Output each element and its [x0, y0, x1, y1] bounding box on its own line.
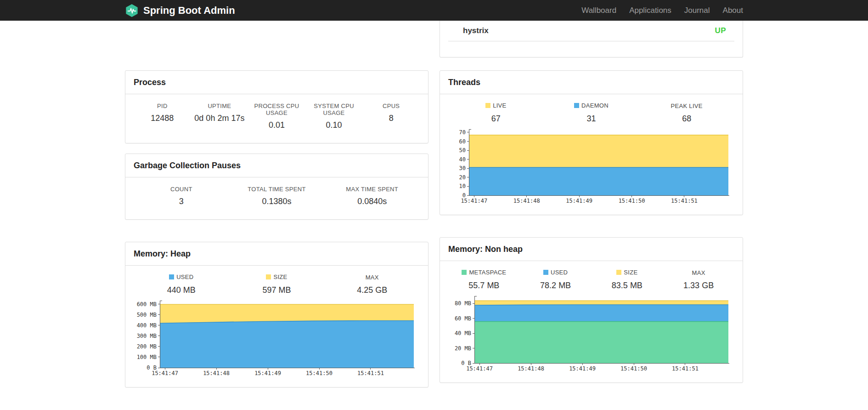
application-row-hystrix[interactable]: hystrix UP [448, 21, 734, 41]
metric-label: PID [134, 102, 191, 109]
metric-label: COUNT [134, 186, 229, 193]
svg-text:15:41:49: 15:41:49 [569, 365, 596, 372]
metric-label: SYSTEM CPU USAGE [305, 102, 363, 116]
size-swatch-icon [266, 274, 271, 279]
metric-label: UPTIME [191, 102, 248, 109]
svg-text:40 MB: 40 MB [455, 330, 471, 336]
svg-text:60: 60 [459, 138, 466, 145]
svg-text:400 MB: 400 MB [137, 322, 157, 329]
metric-cpus: CPUS 8 [362, 102, 420, 130]
legend-value: 78.2 MB [520, 281, 592, 290]
legend-value: 31 [544, 114, 639, 124]
legend-label: LIVE [493, 102, 506, 109]
metric-value: 3 [134, 197, 229, 206]
metric-label: PROCESS CPU USAGE [248, 102, 305, 116]
memory-heap-panel-title: Memory: Heap [125, 242, 428, 266]
memory-nonheap-chart: 0 B20 MB40 MB60 MB80 MB15:41:4715:41:481… [440, 290, 743, 382]
svg-text:50: 50 [459, 147, 466, 154]
svg-text:20 MB: 20 MB [455, 345, 471, 352]
right-column: hystrix UP Threads LIVE 67 DAEMON 31 PEA… [440, 21, 743, 383]
legend-label: USED [176, 273, 193, 280]
legend-value: 440 MB [134, 285, 229, 295]
svg-text:15:41:48: 15:41:48 [203, 370, 230, 376]
application-status-panel: hystrix UP [440, 21, 743, 57]
legend-max: MAX 4.25 GB [324, 273, 420, 295]
threads-panel-title: Threads [440, 71, 743, 94]
svg-text:70: 70 [459, 129, 466, 136]
svg-text:15:41:47: 15:41:47 [466, 365, 493, 372]
legend-label: SIZE [624, 269, 637, 276]
legend-label: USED [551, 269, 568, 276]
gc-metrics: COUNT 3 TOTAL TIME SPENT 0.1380s MAX TIM… [125, 177, 428, 219]
metric-gc-count: COUNT 3 [134, 186, 229, 206]
metric-label: MAX TIME SPENT [324, 186, 420, 193]
metric-process-cpu-usage: PROCESS CPU USAGE 0.01 [248, 102, 305, 130]
legend-label: SIZE [273, 273, 287, 280]
legend-label: MAX [366, 274, 379, 281]
used-swatch-icon [169, 274, 174, 279]
svg-text:15:41:49: 15:41:49 [566, 198, 592, 204]
svg-text:15:41:48: 15:41:48 [513, 198, 540, 204]
svg-text:15:41:49: 15:41:49 [254, 370, 281, 376]
threads-legend: LIVE 67 DAEMON 31 PEAK LIVE 68 [440, 94, 743, 124]
legend-value: 67 [448, 114, 544, 124]
nav-applications[interactable]: Applications [629, 6, 671, 15]
legend-used: USED 440 MB [134, 273, 229, 295]
metric-gc-total-time: TOTAL TIME SPENT 0.1380s [229, 186, 325, 206]
metric-value: 0.0840s [324, 197, 420, 206]
legend-label: DAEMON [581, 102, 609, 109]
svg-text:15:41:51: 15:41:51 [672, 365, 699, 372]
size-swatch-icon [616, 270, 621, 275]
nav-journal[interactable]: Journal [684, 6, 710, 15]
threads-chart: 01020304050607015:41:4715:41:4815:41:491… [440, 124, 743, 215]
application-name: hystrix [463, 26, 489, 35]
metric-value: 0d 0h 2m 17s [191, 114, 248, 123]
legend-label: METASPACE [469, 269, 506, 276]
svg-text:30: 30 [459, 165, 466, 171]
metric-value: 0.1380s [229, 197, 325, 206]
svg-text:100 MB: 100 MB [137, 354, 157, 360]
metric-uptime: UPTIME 0d 0h 2m 17s [191, 102, 248, 130]
navbar: Spring Boot Admin Wallboard Applications… [0, 0, 868, 21]
svg-text:40: 40 [459, 156, 466, 163]
nav-about[interactable]: About [723, 6, 743, 15]
svg-text:60 MB: 60 MB [455, 315, 471, 322]
brand-link[interactable]: Spring Boot Admin [125, 4, 235, 17]
gc-pauses-panel: Garbage Collection Pauses COUNT 3 TOTAL … [125, 154, 428, 220]
memory-nonheap-panel-title: Memory: Non heap [440, 238, 743, 261]
nav-wallboard[interactable]: Wallboard [581, 6, 616, 15]
legend-value: 68 [639, 114, 734, 124]
svg-text:20: 20 [459, 174, 466, 181]
spring-boot-admin-logo-icon [125, 4, 139, 17]
legend-daemon: DAEMON 31 [544, 102, 639, 124]
legend-value: 4.25 GB [324, 285, 420, 295]
svg-text:15:41:47: 15:41:47 [461, 198, 487, 204]
daemon-swatch-icon [574, 103, 579, 108]
svg-text:15:41:47: 15:41:47 [152, 370, 178, 376]
legend-label: PEAK LIVE [671, 102, 703, 109]
gc-panel-title: Garbage Collection Pauses [125, 154, 428, 177]
nav-links: Wallboard Applications Journal About [569, 6, 743, 15]
metric-label: CPUS [362, 102, 420, 109]
process-panel: Process PID 12488 UPTIME 0d 0h 2m 17s PR… [125, 70, 428, 143]
metric-pid: PID 12488 [134, 102, 191, 130]
metric-value: 0.01 [248, 120, 305, 130]
svg-text:500 MB: 500 MB [137, 312, 157, 318]
legend-used: USED 78.2 MB [520, 268, 592, 290]
legend-value: 83.5 MB [592, 281, 663, 290]
legend-label: MAX [692, 269, 705, 276]
status-badge: UP [715, 26, 726, 35]
legend-metaspace: METASPACE 55.7 MB [448, 268, 520, 290]
metaspace-swatch-icon [462, 270, 467, 275]
metric-value: 0.10 [305, 120, 363, 130]
metric-system-cpu-usage: SYSTEM CPU USAGE 0.10 [305, 102, 363, 130]
legend-value: 597 MB [229, 285, 325, 295]
memory-nonheap-panel: Memory: Non heap METASPACE 55.7 MB USED … [440, 237, 743, 383]
memory-heap-panel: Memory: Heap USED 440 MB SIZE 597 MB MAX… [125, 242, 428, 387]
legend-size: SIZE 597 MB [229, 273, 325, 295]
legend-size: SIZE 83.5 MB [592, 268, 663, 290]
svg-text:15:41:50: 15:41:50 [619, 198, 645, 204]
svg-text:15:41:50: 15:41:50 [306, 370, 333, 376]
svg-text:15:41:51: 15:41:51 [357, 370, 384, 376]
used-swatch-icon [543, 270, 548, 275]
